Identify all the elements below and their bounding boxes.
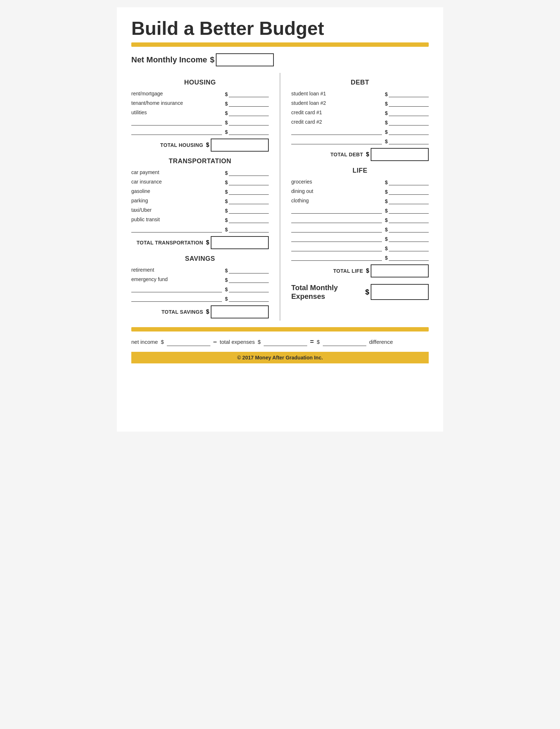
life-blank-6[interactable] bbox=[291, 254, 382, 261]
formula-row: net income $ – total expenses $ = $ diff… bbox=[131, 335, 429, 348]
housing-item-3: utilities $ bbox=[131, 109, 269, 116]
savings-blank-2[interactable] bbox=[131, 295, 222, 302]
debt-item-4: credit card #2 $ bbox=[291, 118, 429, 125]
life-blank-5[interactable] bbox=[291, 244, 382, 251]
life-total-box[interactable] bbox=[371, 264, 429, 277]
transport-label-3: gasoline bbox=[131, 188, 222, 195]
net-income-input-box[interactable] bbox=[216, 53, 274, 66]
housing-total-dollar-sign: $ bbox=[206, 142, 209, 148]
transport-total-row: TOTAL TRANSPORTATION $ bbox=[131, 236, 269, 249]
formula-dollar-1: $ bbox=[161, 339, 164, 345]
transport-label-2: car insurance bbox=[131, 179, 222, 185]
life-total-label: TOTAL LIFE bbox=[291, 268, 366, 274]
transport-item-3: gasoline $ bbox=[131, 188, 269, 195]
life-label-2: dining out bbox=[291, 188, 382, 195]
difference-label: difference bbox=[369, 339, 393, 345]
transport-blank-label-1[interactable] bbox=[131, 225, 222, 232]
life-blank-4[interactable] bbox=[291, 235, 382, 242]
debt-label-1: student loan #1 bbox=[291, 91, 382, 97]
savings-total-row: TOTAL SAVINGS $ bbox=[131, 305, 269, 318]
left-column: HOUSING rent/mortgage $ tenant/home insu… bbox=[131, 73, 280, 321]
housing-amount-3: $ bbox=[225, 109, 269, 116]
life-item-7: $ bbox=[291, 235, 429, 242]
savings-item-4: $ bbox=[131, 295, 269, 302]
debt-label-3: credit card #1 bbox=[291, 110, 382, 116]
net-monthly-income-label: Net Monthly Income bbox=[131, 55, 207, 65]
housing-blank-label-1[interactable] bbox=[131, 118, 222, 125]
housing-amount-4: $ bbox=[225, 118, 269, 125]
debt-item-2: student loan #2 $ bbox=[291, 99, 429, 107]
debt-blank-2[interactable] bbox=[291, 137, 382, 144]
total-monthly-expenses-row: Total MonthlyExpenses $ bbox=[291, 283, 429, 301]
savings-item-3: $ bbox=[131, 285, 269, 292]
transport-total-label: TOTAL TRANSPORTATION bbox=[131, 240, 206, 246]
right-column: DEBT student loan #1 $ student loan #2 $… bbox=[280, 73, 429, 321]
transport-item-7: $ bbox=[131, 225, 269, 232]
formula-dollar-3: $ bbox=[317, 339, 320, 345]
net-income-dollar-sign: $ bbox=[210, 55, 214, 65]
savings-label-1: retirement bbox=[131, 267, 222, 273]
footer-bar: © 2017 Money After Graduation Inc. bbox=[131, 352, 429, 363]
housing-total-label: TOTAL HOUSING bbox=[131, 142, 206, 148]
formula-total-expenses-input[interactable] bbox=[264, 337, 307, 346]
life-item-8: $ bbox=[291, 244, 429, 251]
savings-total-label: TOTAL SAVINGS bbox=[131, 309, 206, 315]
life-item-6: $ bbox=[291, 225, 429, 232]
life-total-row: TOTAL LIFE $ bbox=[291, 264, 429, 277]
debt-total-label: TOTAL DEBT bbox=[291, 152, 366, 157]
life-item-5: $ bbox=[291, 216, 429, 223]
transport-item-1: car payment $ bbox=[131, 169, 269, 176]
debt-blank-1[interactable] bbox=[291, 128, 382, 135]
savings-section-title: SAVINGS bbox=[131, 255, 269, 263]
debt-item-6: $ bbox=[291, 137, 429, 144]
savings-label-2: emergency fund bbox=[131, 276, 222, 283]
formula-net-income-input[interactable] bbox=[167, 337, 210, 346]
housing-label-2: tenant/home insurance bbox=[131, 100, 222, 107]
gold-bar-middle bbox=[131, 327, 429, 331]
life-label-1: groceries bbox=[291, 179, 382, 185]
housing-blank-label-2[interactable] bbox=[131, 128, 222, 135]
transportation-section-title: TRANSPORTATION bbox=[131, 157, 269, 165]
debt-item-1: student loan #1 $ bbox=[291, 90, 429, 97]
transport-item-5: taxi/Uber $ bbox=[131, 206, 269, 214]
total-monthly-label: Total MonthlyExpenses bbox=[291, 283, 365, 301]
transport-item-4: parking $ bbox=[131, 197, 269, 204]
housing-amount-1: $ bbox=[225, 90, 269, 97]
savings-total-box[interactable] bbox=[211, 305, 269, 318]
savings-blank-1[interactable] bbox=[131, 285, 222, 292]
debt-label-2: student loan #2 bbox=[291, 100, 382, 107]
housing-label-1: rent/mortgage bbox=[131, 91, 222, 97]
debt-total-box[interactable] bbox=[371, 148, 429, 161]
budget-page: Build a Better Budget Net Monthly Income… bbox=[117, 7, 443, 432]
formula-dollar-2: $ bbox=[258, 339, 260, 345]
debt-total-row: TOTAL DEBT $ bbox=[291, 148, 429, 161]
housing-item-1: rent/mortgage $ bbox=[131, 90, 269, 97]
housing-total-row: TOTAL HOUSING $ bbox=[131, 139, 269, 152]
housing-label-3: utilities bbox=[131, 110, 222, 116]
debt-item-5: $ bbox=[291, 128, 429, 135]
life-blank-2[interactable] bbox=[291, 216, 382, 223]
housing-section-title: HOUSING bbox=[131, 79, 269, 86]
transport-label-4: parking bbox=[131, 198, 222, 204]
savings-item-1: retirement $ bbox=[131, 266, 269, 273]
footer-text: © 2017 Money After Graduation Inc. bbox=[237, 355, 323, 361]
page-title: Build a Better Budget bbox=[131, 18, 429, 39]
transport-total-box[interactable] bbox=[211, 236, 269, 249]
total-monthly-expenses-box[interactable] bbox=[371, 284, 429, 300]
minus-sign: – bbox=[213, 338, 217, 346]
life-blank-3[interactable] bbox=[291, 225, 382, 232]
housing-amount-2: $ bbox=[225, 99, 269, 107]
transport-label-6: public transit bbox=[131, 217, 222, 223]
housing-item-2: tenant/home insurance $ bbox=[131, 99, 269, 107]
transport-item-6: public transit $ bbox=[131, 216, 269, 223]
main-columns: HOUSING rent/mortgage $ tenant/home insu… bbox=[131, 73, 429, 321]
debt-item-3: credit card #1 $ bbox=[291, 109, 429, 116]
transport-item-2: car insurance $ bbox=[131, 178, 269, 185]
housing-item-4: $ bbox=[131, 118, 269, 125]
life-blank-1[interactable] bbox=[291, 206, 382, 214]
housing-total-box[interactable] bbox=[211, 139, 269, 152]
formula-difference-input[interactable] bbox=[323, 337, 366, 346]
housing-amount-5: $ bbox=[225, 128, 269, 135]
savings-item-2: emergency fund $ bbox=[131, 276, 269, 283]
total-expenses-formula-label: total expenses bbox=[220, 339, 255, 345]
